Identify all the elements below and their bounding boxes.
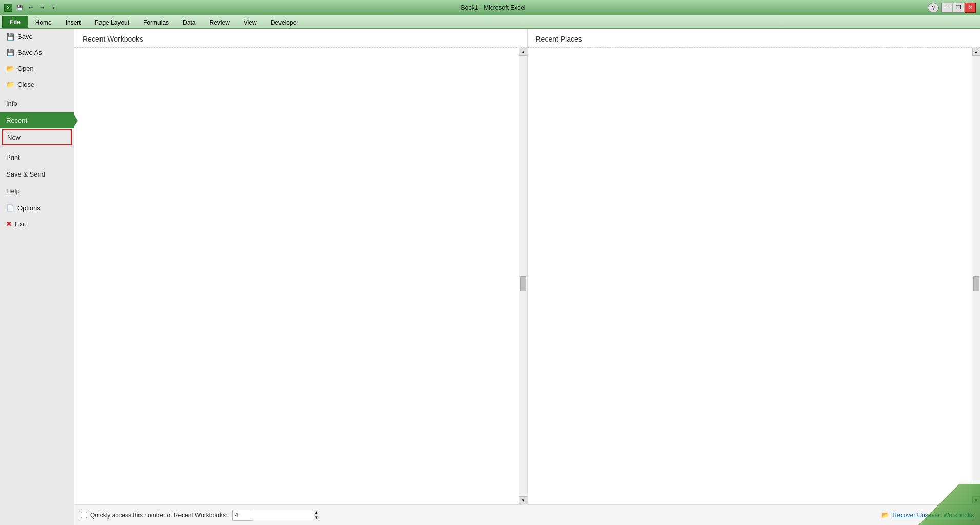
workbooks-scroll-down[interactable]: ▼ [519, 496, 527, 504]
tab-data[interactable]: Data [176, 17, 202, 28]
tab-insert[interactable]: Insert [59, 17, 88, 28]
workbooks-scroll-up[interactable]: ▲ [519, 48, 527, 56]
excel-icon: X [4, 4, 12, 12]
sidebar-item-info[interactable]: Info [0, 95, 74, 109]
content-area: Recent Workbooks ▲ ▼ Recent Pl [74, 29, 980, 525]
recent-label: Recent [6, 116, 27, 124]
window-title: Book1 - Microsoft Excel [58, 4, 928, 11]
title-bar-controls: ? ─ ❐ ✕ [928, 3, 976, 13]
checkbox-text: Quickly access this number of Recent Wor… [90, 512, 227, 519]
save-label: Save [17, 33, 33, 41]
help-button[interactable]: ? [928, 3, 939, 13]
spinner-up[interactable]: ▲ [314, 510, 318, 516]
places-scroll-down[interactable]: ▼ [972, 496, 981, 504]
tab-developer[interactable]: Developer [264, 17, 306, 28]
save-icon: 💾 [6, 33, 14, 41]
recent-count-label[interactable]: Quickly access this number of Recent Wor… [81, 512, 227, 519]
tab-formulas[interactable]: Formulas [136, 17, 175, 28]
sidebar-item-open[interactable]: 📂 Open [0, 61, 74, 76]
saveas-icon: 💾 [6, 49, 14, 56]
open-label: Open [17, 65, 34, 72]
spinner-value-input[interactable] [233, 510, 314, 520]
recover-section: 📂 Recover Unsaved Workbooks [881, 511, 974, 519]
exit-label: Exit [15, 220, 26, 228]
sidebar-item-print[interactable]: Print [0, 149, 74, 163]
places-scroll-up[interactable]: ▲ [972, 48, 981, 56]
workbooks-scroll-area: ▲ ▼ [74, 48, 527, 504]
minimize-button[interactable]: ─ [941, 3, 952, 13]
savesend-label: Save & Send [6, 170, 45, 178]
sidebar-item-close[interactable]: 📁 Close [0, 76, 74, 92]
workbooks-scrollbar[interactable]: ▲ ▼ [519, 48, 527, 504]
tab-home[interactable]: Home [29, 17, 58, 28]
close-icon: 📁 [6, 81, 14, 88]
redo-button[interactable]: ↪ [37, 3, 47, 12]
recent-workbooks-panel: Recent Workbooks ▲ ▼ [74, 29, 528, 504]
options-icon: 📄 [6, 204, 14, 212]
ribbon-tabs: File Home Insert Page Layout Formulas Da… [0, 15, 980, 29]
quick-access-dropdown[interactable]: ▾ [48, 3, 58, 12]
spinner-arrows: ▲ ▼ [314, 510, 318, 520]
bottom-bar: Quickly access this number of Recent Wor… [74, 504, 980, 525]
sidebar-item-help[interactable]: Help [0, 183, 74, 197]
sidebar-item-recent[interactable]: Recent [0, 112, 74, 128]
title-bar: X 💾 ↩ ↪ ▾ Book1 - Microsoft Excel ? ─ ❐ … [0, 0, 980, 15]
recent-count-checkbox[interactable] [81, 512, 87, 518]
sidebar-item-new[interactable]: New [2, 129, 72, 145]
recent-workbooks-header: Recent Workbooks [74, 29, 527, 48]
recent-places-header: Recent Places [528, 29, 981, 48]
tab-file[interactable]: File [2, 16, 28, 28]
recent-places-panel: Recent Places ▲ ▼ [528, 29, 981, 504]
undo-button[interactable]: ↩ [26, 3, 36, 12]
info-label: Info [6, 100, 17, 107]
recent-count-spinner[interactable]: ▲ ▼ [232, 510, 253, 521]
main-layout: 💾 Save 💾 Save As 📂 Open 📁 Close Info Rec… [0, 29, 980, 525]
places-list [528, 48, 972, 504]
title-bar-left: X 💾 ↩ ↪ ▾ [4, 3, 58, 12]
options-label: Options [17, 204, 41, 212]
recover-folder-icon: 📂 [881, 511, 889, 519]
workbooks-scroll-thumb[interactable] [520, 276, 526, 291]
help-label: Help [6, 187, 20, 195]
new-label: New [7, 133, 21, 141]
places-scroll-track[interactable] [973, 56, 980, 496]
tab-review[interactable]: Review [203, 17, 236, 28]
workbooks-list [74, 48, 519, 504]
quick-save-button[interactable]: 💾 [14, 3, 25, 12]
sidebar-item-options[interactable]: 📄 Options [0, 200, 74, 216]
recover-workbooks-link[interactable]: Recover Unsaved Workbooks [892, 512, 974, 519]
sidebar-item-save[interactable]: 💾 Save [0, 29, 74, 45]
open-icon: 📂 [6, 65, 14, 72]
print-label: Print [6, 153, 20, 161]
sidebar-item-saveas[interactable]: 💾 Save As [0, 45, 74, 61]
spinner-down[interactable]: ▼ [314, 515, 318, 520]
restore-button[interactable]: ❐ [953, 3, 964, 13]
workbooks-scroll-track[interactable] [519, 56, 527, 496]
places-scroll-area: ▲ ▼ [528, 48, 981, 504]
places-scrollbar[interactable]: ▲ ▼ [972, 48, 980, 504]
saveas-label: Save As [17, 49, 42, 56]
close-button[interactable]: ✕ [965, 3, 976, 13]
sidebar-item-savesend[interactable]: Save & Send [0, 166, 74, 180]
exit-icon: ✖ [6, 220, 12, 228]
quick-access-toolbar: 💾 ↩ ↪ ▾ [14, 3, 58, 12]
sidebar-item-exit[interactable]: ✖ Exit [0, 216, 74, 232]
sidebar: 💾 Save 💾 Save As 📂 Open 📁 Close Info Rec… [0, 29, 74, 525]
tab-pagelayout[interactable]: Page Layout [88, 17, 136, 28]
places-scroll-thumb[interactable] [973, 276, 979, 291]
close-label: Close [17, 81, 34, 88]
tab-view[interactable]: View [237, 17, 264, 28]
recent-content: Recent Workbooks ▲ ▼ Recent Pl [74, 29, 980, 504]
